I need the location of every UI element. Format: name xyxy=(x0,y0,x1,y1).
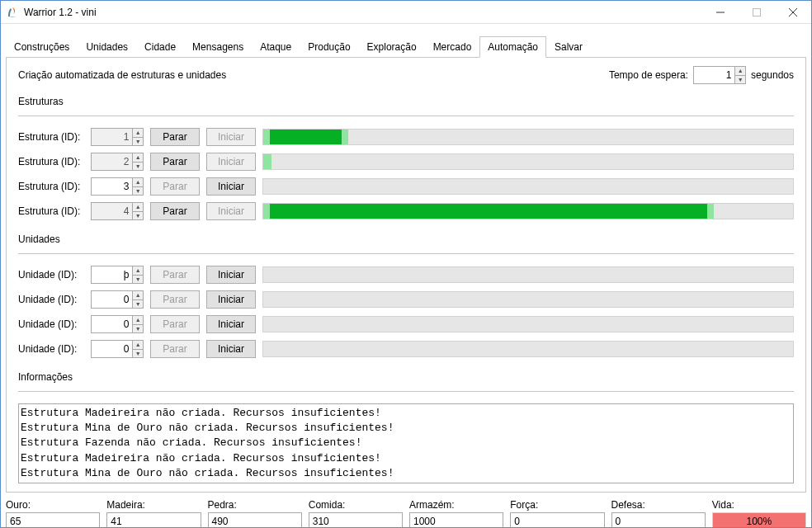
stat-label: Vida: xyxy=(712,499,806,511)
automation-row: Estrutura (ID):▲▼PararIniciar xyxy=(18,128,794,146)
id-spinner[interactable]: ▲▼ xyxy=(91,177,144,196)
spinner-down-icon[interactable]: ▼ xyxy=(133,324,143,333)
tab-construcoes[interactable]: Construções xyxy=(6,36,78,58)
id-spinner: ▲▼ xyxy=(91,202,144,220)
stop-button: Parar xyxy=(150,315,200,333)
progress-bar xyxy=(262,153,794,170)
tab-mensagens[interactable]: Mensagens xyxy=(184,36,252,58)
stat-label: Defesa: xyxy=(611,499,706,511)
stop-button[interactable]: Parar xyxy=(150,153,200,171)
tab-ataque[interactable]: Ataque xyxy=(252,36,300,58)
id-spinner[interactable]: ▲▼ xyxy=(91,266,144,284)
stat-madeira: Madeira: 41 xyxy=(106,499,201,528)
tab-unidades[interactable]: Unidades xyxy=(78,36,136,58)
stat-label: Madeira: xyxy=(106,499,201,511)
stat-label: Pedra: xyxy=(208,499,302,511)
start-button[interactable]: Iniciar xyxy=(206,266,256,284)
stat-label: Força: xyxy=(510,499,604,511)
id-spinner[interactable]: ▲▼ xyxy=(91,290,144,309)
tabstrip: ConstruçõesUnidadesCidadeMensagensAtaque… xyxy=(6,35,806,58)
wait-value[interactable] xyxy=(694,67,734,83)
id-spinner: ▲▼ xyxy=(91,128,144,146)
tab-producao[interactable]: Produção xyxy=(300,36,358,58)
id-input[interactable] xyxy=(92,291,132,308)
stop-button: Parar xyxy=(150,340,200,358)
titlebar: Warrior 1.2 - vini xyxy=(1,1,811,24)
stat-ouro: Ouro: 65 xyxy=(6,499,100,528)
start-button[interactable]: Iniciar xyxy=(206,315,256,333)
id-spinner[interactable]: ▲▼ xyxy=(91,340,144,358)
automation-row: Unidade (ID):▲▼PararIniciar xyxy=(18,340,794,358)
spinner-down-icon[interactable]: ▼ xyxy=(133,349,143,358)
progress-bar xyxy=(262,129,794,145)
spinner-up-icon[interactable]: ▲ xyxy=(133,266,143,275)
id-input xyxy=(92,203,132,219)
id-spinner: ▲▼ xyxy=(91,153,144,171)
stat-defesa: Defesa: 0 xyxy=(611,499,706,528)
divider xyxy=(18,116,794,116)
start-button[interactable]: Iniciar xyxy=(206,290,256,309)
id-input[interactable] xyxy=(92,266,132,283)
status-bar: Ouro: 65 Madeira: 41 Pedra: 490 Comida: … xyxy=(1,496,811,528)
automation-row: Estrutura (ID):▲▼PararIniciar xyxy=(18,202,794,220)
minimize-button[interactable] xyxy=(702,1,739,24)
row-label: Estrutura (ID): xyxy=(18,156,84,167)
spinner-up-icon[interactable]: ▲ xyxy=(133,291,143,299)
spinner-down-icon[interactable]: ▼ xyxy=(133,186,143,196)
stat-comida: Comida: 310 xyxy=(309,499,403,528)
stat-value: 41 xyxy=(106,512,201,528)
spinner-down-icon[interactable]: ▼ xyxy=(133,275,143,284)
spinner-down-icon[interactable]: ▼ xyxy=(735,75,745,84)
automation-description: Criação automatizada de estruturas e uni… xyxy=(18,69,609,81)
maximize-button[interactable] xyxy=(739,1,775,24)
stop-button: Parar xyxy=(150,266,200,284)
life-bar: 100% xyxy=(712,512,806,528)
stat-label: Comida: xyxy=(309,499,403,511)
row-label: Estrutura (ID): xyxy=(18,205,84,217)
progress-bar xyxy=(262,203,794,219)
tab-mercado[interactable]: Mercado xyxy=(425,36,480,58)
spinner-up-icon[interactable]: ▲ xyxy=(133,178,143,186)
id-input[interactable] xyxy=(92,316,132,332)
automation-row: Unidade (ID):▲▼PararIniciar xyxy=(18,315,794,333)
row-label: Unidade (ID): xyxy=(18,318,84,330)
progress-bar xyxy=(262,291,794,308)
wait-spinner[interactable]: ▲ ▼ xyxy=(693,66,746,84)
id-input[interactable] xyxy=(92,178,132,195)
stat-forca: Força: 0 xyxy=(510,499,604,528)
stat-label: Ouro: xyxy=(6,499,100,511)
structures-title: Estruturas xyxy=(18,96,794,107)
info-log[interactable]: Estrutura Madeireira não criada. Recurso… xyxy=(18,403,794,483)
stat-label: Armazém: xyxy=(409,499,503,511)
life-text: 100% xyxy=(713,513,805,528)
stat-vida: Vida: 100% xyxy=(712,499,806,528)
tab-salvar[interactable]: Salvar xyxy=(546,36,591,58)
stop-button[interactable]: Parar xyxy=(150,202,200,220)
tab-exploracao[interactable]: Exploração xyxy=(359,36,425,58)
units-title: Unidades xyxy=(18,233,794,245)
start-button: Iniciar xyxy=(206,128,256,146)
id-spinner[interactable]: ▲▼ xyxy=(91,315,144,333)
spinner-down-icon[interactable]: ▼ xyxy=(133,299,143,309)
spinner-up-icon[interactable]: ▲ xyxy=(735,67,745,75)
id-input xyxy=(92,129,132,145)
stop-button[interactable]: Parar xyxy=(150,128,200,146)
stat-value: 490 xyxy=(208,512,302,528)
id-input[interactable] xyxy=(92,341,132,357)
spinner-up-icon[interactable]: ▲ xyxy=(133,316,143,324)
spinner-up-icon: ▲ xyxy=(133,153,143,162)
spinner-up-icon[interactable]: ▲ xyxy=(133,341,143,349)
stat-value: 0 xyxy=(510,512,604,528)
divider xyxy=(18,391,794,392)
stop-button: Parar xyxy=(150,290,200,309)
close-button[interactable] xyxy=(775,1,811,24)
row-label: Unidade (ID): xyxy=(18,269,84,280)
start-button[interactable]: Iniciar xyxy=(206,340,256,358)
automation-row: Estrutura (ID):▲▼PararIniciar xyxy=(18,153,794,171)
spinner-down-icon: ▼ xyxy=(133,162,143,171)
tab-cidade[interactable]: Cidade xyxy=(136,36,184,58)
app-icon xyxy=(6,6,19,19)
tab-automacao[interactable]: Automação xyxy=(479,36,546,58)
start-button[interactable]: Iniciar xyxy=(206,177,256,196)
svg-rect-1 xyxy=(753,8,761,16)
